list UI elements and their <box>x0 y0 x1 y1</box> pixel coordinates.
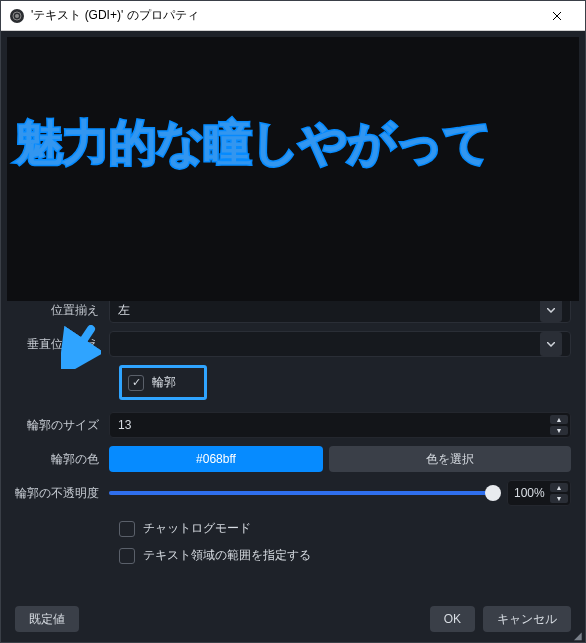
annotation-highlight: 輪郭 <box>119 365 207 400</box>
chevron-down-icon <box>540 332 562 356</box>
checkbox-outline-label: 輪郭 <box>152 374 176 391</box>
row-outline-color: 輪郭の色 #068bff 色を選択 <box>15 446 571 472</box>
cancel-button[interactable]: キャンセル <box>483 606 571 632</box>
color-swatch-value: #068bff <box>196 452 236 466</box>
select-valign[interactable] <box>109 331 571 357</box>
ok-button[interactable]: OK <box>430 606 475 632</box>
stepper-down-icon[interactable]: ▼ <box>550 494 568 503</box>
label-outline-color: 輪郭の色 <box>15 451 109 468</box>
select-align[interactable]: 左 <box>109 301 571 323</box>
chevron-down-icon <box>540 301 562 322</box>
checkbox-bounds-label: テキスト領域の範囲を指定する <box>143 547 311 564</box>
row-bounds: テキスト領域の範囲を指定する <box>15 547 571 564</box>
resize-grip-icon[interactable]: ◢ <box>574 630 582 641</box>
input-opacity[interactable]: 100% ▲ ▼ <box>507 480 571 506</box>
checkbox-outline[interactable] <box>128 375 144 391</box>
slider-fill <box>109 491 493 495</box>
checkbox-bounds[interactable] <box>119 548 135 564</box>
footer: 既定値 OK キャンセル <box>1 596 585 642</box>
row-outline-check: 輪郭 <box>15 365 571 400</box>
input-outline-size[interactable]: 13 ▲ ▼ <box>109 412 571 438</box>
stepper-up-icon[interactable]: ▲ <box>550 483 568 492</box>
titlebar: 'テキスト (GDI+)' のプロパティ <box>1 1 585 31</box>
color-swatch[interactable]: #068bff <box>109 446 323 472</box>
app-icon <box>9 8 25 24</box>
row-valign: 垂直位置揃え <box>15 331 571 357</box>
svg-point-2 <box>15 14 19 18</box>
pick-color-button[interactable]: 色を選択 <box>329 446 571 472</box>
properties-form: 位置揃え 左 垂直位置揃え 輪郭 <box>1 301 585 596</box>
input-outline-size-value: 13 <box>118 418 131 432</box>
label-outline-opacity: 輪郭の不透明度 <box>15 485 109 502</box>
row-align: 位置揃え 左 <box>15 301 571 323</box>
select-align-value: 左 <box>118 302 130 319</box>
label-valign: 垂直位置揃え <box>15 336 109 353</box>
row-outline-size: 輪郭のサイズ 13 ▲ ▼ <box>15 412 571 438</box>
stepper-down-icon[interactable]: ▼ <box>550 426 568 435</box>
label-align: 位置揃え <box>15 302 109 319</box>
slider-thumb[interactable] <box>485 485 501 501</box>
close-button[interactable] <box>537 1 577 31</box>
checkbox-chatlog-label: チャットログモード <box>143 520 251 537</box>
input-opacity-value: 100% <box>514 486 545 500</box>
stepper-up-icon[interactable]: ▲ <box>550 415 568 424</box>
slider-opacity[interactable] <box>109 491 493 495</box>
checkbox-chatlog[interactable] <box>119 521 135 537</box>
preview-area: 魅力的な瞳しやがって <box>7 37 579 301</box>
row-chatlog: チャットログモード <box>15 520 571 537</box>
label-outline-size: 輪郭のサイズ <box>15 417 109 434</box>
row-outline-opacity: 輪郭の不透明度 100% ▲ ▼ <box>15 480 571 506</box>
preview-text: 魅力的な瞳しやがって <box>15 111 491 175</box>
window-title: 'テキスト (GDI+)' のプロパティ <box>31 7 537 24</box>
defaults-button[interactable]: 既定値 <box>15 606 79 632</box>
